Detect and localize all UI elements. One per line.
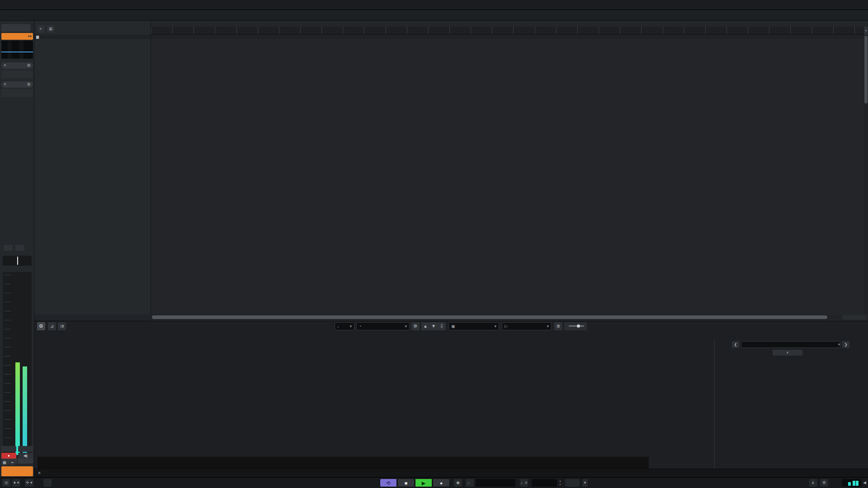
player-mode-dropdown[interactable]: ▷▾ xyxy=(502,322,552,330)
stop-button[interactable]: ■ xyxy=(397,479,415,487)
speaker-icon[interactable]: ◀ xyxy=(862,479,867,487)
tempo-spinner[interactable]: ▲▼ xyxy=(558,479,562,487)
preset-icon: ◔ xyxy=(359,324,361,328)
circle-of-fifths-graphic xyxy=(715,338,867,468)
channel-mute-button[interactable] xyxy=(4,245,13,251)
channel-meter xyxy=(3,272,32,456)
meter-value-right xyxy=(18,458,33,464)
lower-zone-tab-bar: ✕ xyxy=(34,469,868,477)
zoom-slider[interactable] xyxy=(843,315,866,319)
cycle-button[interactable]: ⟲ xyxy=(380,479,397,487)
play-icon: ▷ xyxy=(505,324,508,328)
record-enable-button[interactable]: ● xyxy=(1,453,16,459)
track-presets-button[interactable]: ⊞ xyxy=(47,25,54,33)
pan-control[interactable] xyxy=(3,256,32,266)
circle-of-fifths-panel: ❮ ▾ ❯ ▾ xyxy=(714,338,866,468)
output-routing-icon: ↦ xyxy=(28,33,32,40)
chord-assistant-icon[interactable]: ⊿ xyxy=(48,322,56,330)
time-format-icon[interactable]: ♩ xyxy=(466,479,474,487)
bypass-icon[interactable]: ⊟ xyxy=(27,81,30,88)
list-icon[interactable]: ≣ xyxy=(554,322,562,330)
inspector-track-name[interactable]: ↦ xyxy=(1,33,33,40)
vertical-scrollbar[interactable] xyxy=(864,35,868,314)
add-track-button[interactable]: + xyxy=(37,25,44,33)
transport-bar: ◎ ● ▾ ✛ ▾ ⟲ ■ ▶ ● ◉ ♩ ♩≡ ▲▼ ▾ Ⱡ ⚙ ◀ xyxy=(0,477,868,488)
punch-icon[interactable]: ◉ xyxy=(454,479,462,487)
tap-tempo-button[interactable] xyxy=(565,479,580,487)
preset-dropdown[interactable]: ◔▾ xyxy=(356,322,410,330)
write-automation-button[interactable] xyxy=(18,446,33,452)
insert-slot[interactable] xyxy=(1,70,33,78)
player-icon: ▣ xyxy=(451,324,455,328)
tab-channel[interactable] xyxy=(1,24,30,32)
top-toolbar xyxy=(0,0,868,10)
link-icon[interactable]: ∞ xyxy=(9,460,15,465)
play-button[interactable]: ▶ xyxy=(415,479,432,487)
info-line xyxy=(0,10,868,21)
chord-pads-power-button[interactable]: ⏼ xyxy=(37,322,45,330)
velocity-slider[interactable] xyxy=(564,322,587,330)
ruler-options-icon[interactable]: ▾ xyxy=(864,27,868,35)
instrument-icon[interactable]: ▤ xyxy=(1,460,8,465)
horizontal-scrollbar[interactable] xyxy=(151,315,841,319)
move-up-icon[interactable]: ▲ xyxy=(421,322,429,330)
lower-zone: ⏼ ⊿ ⇉ ♩▾ ◔▾ ⚙ ▲ ▼ ⇩ ▣▾ ▷▾ ≣ ❮ ▾ ❯ ▾ xyxy=(34,321,868,469)
metronome-icon[interactable]: ◎ xyxy=(2,479,10,487)
eq-curve-line xyxy=(1,52,33,52)
chord-assistant-list-icon[interactable]: ⇉ xyxy=(58,322,66,330)
timeline-ruler[interactable] xyxy=(151,27,868,35)
inserts-section-header[interactable]: ▾ ⊟ xyxy=(1,62,33,69)
inspector: ↦ ▾ ⊟ ▾ ⊟ ● ◀) ▤ ∞ xyxy=(0,21,34,477)
channel-solo-button[interactable] xyxy=(15,245,24,251)
event-display: ▾ xyxy=(151,21,868,321)
send-slot[interactable] xyxy=(1,89,33,97)
read-automation-button[interactable] xyxy=(1,446,16,452)
gear-icon[interactable]: ⚙ xyxy=(411,322,420,330)
monitor-button[interactable]: ◀) xyxy=(18,453,33,459)
bypass-icon[interactable]: ⊟ xyxy=(27,62,30,69)
aq-button[interactable] xyxy=(43,479,52,487)
gear-icon[interactable]: ⚙ xyxy=(820,479,828,487)
tempo-icon[interactable]: ♩≡ xyxy=(520,479,528,487)
record-button[interactable]: ● xyxy=(433,479,450,487)
sends-section-header[interactable]: ▾ ⊟ xyxy=(1,81,33,88)
piano-keyboard xyxy=(38,457,649,469)
crosshair-dropdown[interactable]: ✛ ▾ xyxy=(25,479,33,487)
meter-bar-left xyxy=(15,362,20,455)
record-mode-dropdown[interactable]: ● ▾ xyxy=(12,479,20,487)
input-output-folder[interactable]: ▆ xyxy=(34,35,151,39)
player-dropdown[interactable]: ▣▾ xyxy=(448,322,499,330)
performance-meter xyxy=(842,479,862,487)
move-down-icon[interactable]: ▼ xyxy=(429,322,438,330)
save-preset-icon[interactable]: ⇩ xyxy=(438,322,446,330)
meter-bar-right xyxy=(23,366,27,455)
note-icon: ♩ xyxy=(337,324,341,328)
root-key-dropdown[interactable]: ♩▾ xyxy=(335,322,354,330)
channel-name-label[interactable] xyxy=(1,466,33,476)
auto-quantize-icon[interactable]: Ⱡ xyxy=(809,479,817,487)
folder-icon: ▆ xyxy=(36,35,39,39)
tempo-display[interactable] xyxy=(532,479,557,487)
position-display[interactable] xyxy=(476,479,515,487)
track-list: + ⊞ ▆ xyxy=(34,21,151,314)
tempo-mode-dropdown[interactable]: ▾ xyxy=(582,479,588,487)
close-icon[interactable]: ✕ xyxy=(36,470,42,476)
channel-mini-display[interactable] xyxy=(1,41,33,59)
cubase-window: ↦ ▾ ⊟ ▾ ⊟ ● ◀) ▤ ∞ xyxy=(0,0,868,488)
